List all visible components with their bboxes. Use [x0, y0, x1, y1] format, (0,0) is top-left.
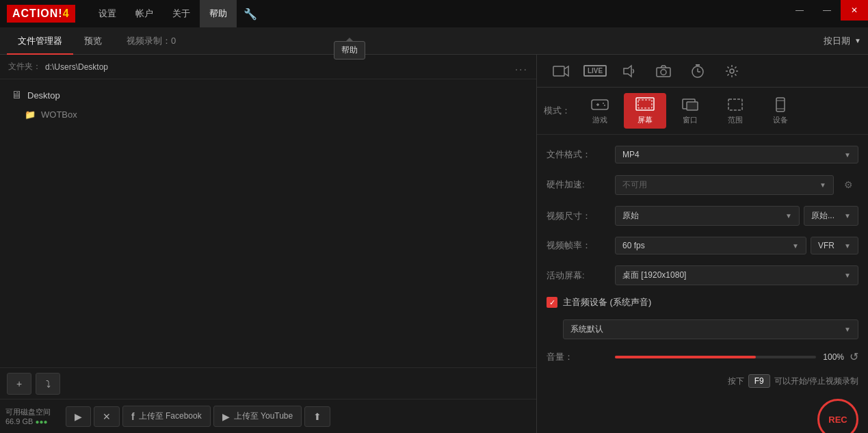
video-size-value: 原始	[622, 210, 639, 222]
video-capture-icon[interactable]	[544, 55, 578, 88]
hotkey-suffix: 可以开始/停止视频录制	[774, 376, 858, 387]
youtube-icon: ▶	[222, 411, 230, 422]
mode-screen-label: 屏幕	[637, 115, 653, 125]
video-fps-select-2[interactable]: VFR ▼	[811, 237, 858, 254]
hw-accel-select[interactable]: 不可用 ▼	[615, 175, 834, 195]
mode-screen[interactable]: 屏幕	[624, 93, 666, 129]
titlebar: ACTION!4 设置 帐户 关于 帮助 🔧 — — ✕	[0, 0, 868, 27]
rec-button[interactable]: REC	[817, 399, 858, 433]
facebook-upload-button[interactable]: f 上传至 Facebook	[122, 406, 211, 427]
volume-fill	[615, 356, 756, 358]
video-fps-select[interactable]: 60 fps ▼	[615, 237, 806, 254]
upload-button[interactable]: ⬆	[304, 406, 330, 427]
mode-game[interactable]: 游戏	[579, 93, 621, 129]
close-button[interactable]: ✕	[841, 0, 868, 21]
app-logo: ACTION!4	[7, 5, 75, 23]
hotkey-prefix: 按下	[728, 376, 744, 387]
audio-device-control: 系统默认 ▼	[563, 319, 858, 339]
folder-bar: 文件夹： d:\Users\Desktop ...	[0, 55, 536, 79]
svg-point-12	[603, 103, 604, 104]
audio-device-select[interactable]: 系统默认 ▼	[563, 319, 858, 339]
active-screen-label: 活动屏幕:	[547, 270, 615, 282]
tree-item-desktop[interactable]: 🖥 Desktop	[0, 85, 536, 105]
maximize-button[interactable]: —	[813, 0, 841, 21]
audio-device-row: 系统默认 ▼	[537, 314, 868, 345]
volume-label: 音量：	[547, 351, 615, 363]
volume-percentage: 100%	[823, 352, 844, 362]
settings-area: 文件格式： MP4 ▼ 硬件加速: 不可用 ▼ ⚙	[537, 135, 868, 433]
svg-point-13	[604, 105, 605, 106]
folder-icon: 🖥	[11, 89, 22, 101]
play-button[interactable]: ▶	[66, 406, 91, 427]
import-button[interactable]: ⤵	[36, 373, 60, 395]
nav-help[interactable]: 帮助	[200, 0, 237, 27]
hw-accel-row: 硬件加速: 不可用 ▼ ⚙	[537, 169, 868, 200]
recording-count: 视频录制：0	[127, 35, 176, 47]
video-size-select-2[interactable]: 原始... ▼	[804, 206, 858, 226]
svg-point-8	[730, 69, 734, 73]
chevron-down-icon: ▼	[844, 151, 851, 159]
video-size-select[interactable]: 原始 ▼	[615, 206, 800, 226]
chevron-down-icon: ▼	[844, 212, 851, 220]
facebook-label: 上传至 Facebook	[139, 410, 202, 422]
audio-checkbox-row: 主音频设备 (系统声音)	[537, 291, 868, 314]
video-size-label: 视频尺寸：	[547, 210, 615, 222]
file-format-value: MP4	[622, 150, 640, 159]
youtube-upload-button[interactable]: ▶ 上传至 YouTube	[213, 406, 302, 427]
audio-device-value: 系统默认	[570, 324, 603, 335]
chevron-down-icon: ▼	[854, 37, 861, 44]
disk-size: 66.9 GB ●●●	[5, 417, 51, 425]
volume-reset-button[interactable]: ↺	[850, 350, 858, 363]
video-size-control: 原始 ▼ 原始... ▼	[615, 206, 858, 226]
bottom-controls: + ⤵	[0, 367, 536, 399]
live-icon[interactable]: LIVE	[578, 55, 612, 88]
volume-slider[interactable]	[615, 356, 816, 358]
file-tree: 🖥 Desktop 📁 WOTBox	[0, 79, 536, 367]
folder-path: d:\Users\Desktop	[45, 62, 515, 72]
file-format-control: MP4 ▼	[615, 146, 858, 163]
youtube-label: 上传至 YouTube	[234, 410, 293, 422]
video-fps-label: 视频帧率：	[547, 239, 615, 252]
hw-accel-gear-button[interactable]: ⚙	[838, 174, 858, 195]
timer-icon[interactable]	[681, 55, 715, 88]
svg-rect-9	[592, 100, 608, 109]
active-screen-select[interactable]: 桌面 [1920x1080] ▼	[615, 265, 858, 285]
chevron-down-icon: ▼	[844, 272, 851, 279]
mode-area[interactable]: 范围	[714, 93, 757, 129]
disk-info: 可用磁盘空间 66.9 GB ●●●	[5, 407, 57, 425]
file-format-label: 文件格式：	[547, 148, 615, 161]
folder-more-button[interactable]: ...	[515, 61, 528, 73]
mode-window[interactable]: 窗口	[669, 93, 711, 129]
nav-settings[interactable]: 设置	[89, 0, 126, 27]
date-sort-dropdown[interactable]: 按日期 ▼	[824, 35, 861, 47]
audio-checkbox[interactable]	[547, 297, 557, 308]
mode-device-label: 设备	[773, 115, 788, 125]
tree-item-wotbox[interactable]: 📁 WOTBox	[0, 105, 536, 124]
nav-about[interactable]: 关于	[163, 0, 200, 27]
chevron-down-icon: ▼	[844, 326, 851, 333]
audio-icon[interactable]	[612, 55, 646, 88]
tab-preview[interactable]: 预览	[73, 27, 113, 55]
nav-account[interactable]: 帐户	[126, 0, 163, 27]
main-navigation: 文件管理器 预览 视频录制：0 按日期 ▼	[0, 27, 868, 55]
active-screen-row: 活动屏幕: 桌面 [1920x1080] ▼	[537, 260, 868, 291]
video-fps-value: 60 fps	[622, 241, 645, 250]
content-area: 文件夹： d:\Users\Desktop ... 🖥 Desktop 📁 WO…	[0, 55, 868, 433]
logo-version: 4	[63, 8, 70, 19]
folder-label: 文件夹：	[8, 61, 41, 73]
mode-area-label: 范围	[728, 115, 743, 125]
stop-button[interactable]: ✕	[94, 406, 120, 427]
disk-dots: ●●●	[35, 418, 47, 425]
gear-icon[interactable]	[715, 55, 749, 88]
mode-device[interactable]: 设备	[759, 93, 802, 129]
add-button[interactable]: +	[7, 373, 31, 395]
disk-label: 可用磁盘空间	[5, 407, 51, 417]
mode-window-label: 窗口	[683, 115, 698, 125]
chevron-down-icon: ▼	[785, 212, 792, 220]
minimize-button[interactable]: —	[786, 0, 813, 21]
subfolder-name: WOTBox	[41, 109, 77, 120]
tab-file-manager[interactable]: 文件管理器	[7, 27, 73, 55]
camera-icon[interactable]	[646, 55, 681, 88]
folder-name: Desktop	[27, 90, 60, 101]
file-format-select[interactable]: MP4 ▼	[615, 146, 858, 163]
